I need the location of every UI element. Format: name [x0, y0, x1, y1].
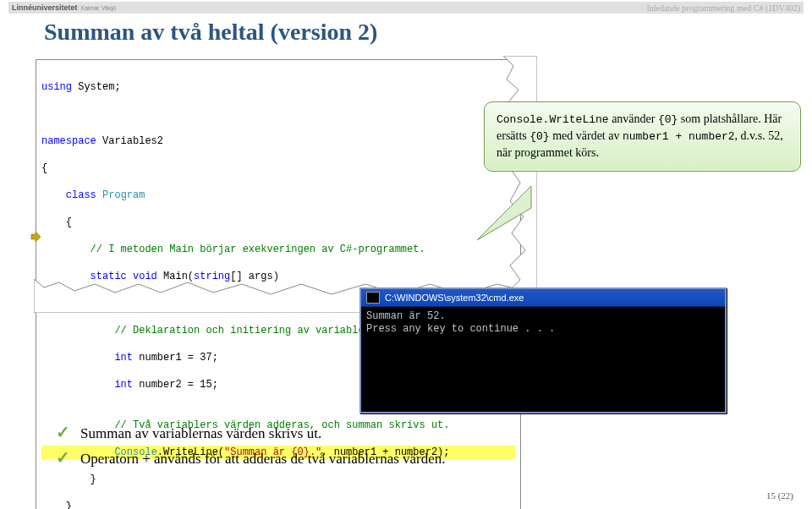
bullet-item: ✓ Operatorn + används för att adderas de…	[56, 446, 778, 472]
header-band: Linnéuniversitetet Kalmar Växjö Inledand…	[8, 2, 804, 14]
svg-marker-3	[477, 186, 531, 240]
check-icon: ✓	[56, 446, 70, 468]
callout-pointer	[474, 184, 533, 244]
university-name: Linnéuniversitetet	[12, 3, 78, 12]
page-number: 15 (22)	[766, 490, 793, 501]
callout-code-1: Console.WriteLine	[497, 113, 609, 126]
bullet-text: Operatorn + används för att adderas de t…	[80, 446, 446, 472]
cmd-icon	[366, 292, 380, 304]
console-window: C:\WINDOWS\system32\cmd.exe Summan är 52…	[359, 287, 727, 413]
logo: Linnéuniversitetet Kalmar Växjö	[12, 3, 116, 12]
console-title-text: C:\WINDOWS\system32\cmd.exe	[385, 293, 524, 303]
bullet-item: ✓ Summan av variablernas värden skrivs u…	[56, 421, 778, 446]
check-icon: ✓	[56, 421, 70, 443]
execution-pointer-icon	[30, 232, 41, 242]
svg-marker-0	[31, 232, 41, 242]
course-code: Inledande programmering med C# (1DV402)	[646, 3, 800, 13]
explanation-callout: Console.WriteLine använder {0} som plats…	[484, 101, 801, 172]
bullet-list: ✓ Summan av variablernas värden skrivs u…	[56, 421, 778, 472]
bullet-text: Summan av variablernas värden skrivs ut.	[80, 421, 321, 446]
console-output: Summan är 52. Press any key to continue …	[361, 307, 725, 412]
university-sub: Kalmar Växjö	[81, 5, 117, 11]
page-title: Summan av två heltal (version 2)	[44, 19, 377, 46]
console-titlebar: C:\WINDOWS\system32\cmd.exe	[361, 289, 725, 307]
